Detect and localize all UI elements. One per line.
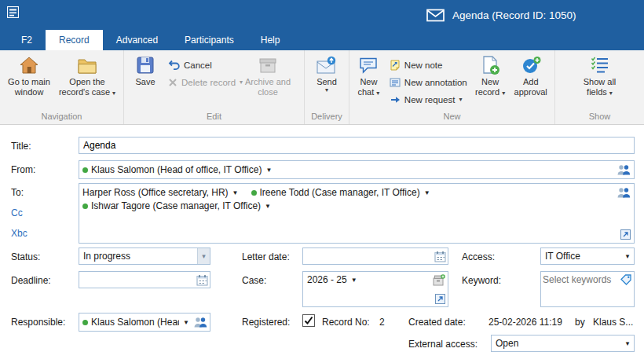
new-record-button[interactable]: New record ▾ — [471, 52, 510, 97]
dropdown-arrow-icon: ▾ — [325, 87, 328, 94]
dropdown-arrow-icon: ▾ — [621, 252, 634, 260]
group-caption-show: Show — [558, 111, 642, 124]
calendar-icon[interactable] — [196, 274, 208, 286]
created-date-value: 25-02-2026 11:19 — [488, 317, 562, 328]
send-label: Send — [317, 77, 337, 86]
request-arrow-icon — [390, 94, 401, 105]
dropdown-arrow-icon: ▼ — [183, 319, 189, 326]
new-chat-button[interactable]: New chat ▾ — [352, 52, 386, 97]
to-recipient-name: Ishwar Tagore (Case manager, IT Office) — [91, 200, 261, 211]
cc-link[interactable]: Cc — [11, 207, 23, 218]
tab-participants[interactable]: Participants — [171, 30, 247, 50]
external-access-dropdown[interactable]: Open ▾ — [491, 335, 635, 352]
to-label: To: — [11, 187, 24, 198]
save-button[interactable]: Save — [126, 52, 164, 87]
letter-date-field[interactable] — [302, 248, 448, 265]
external-access-value: Open — [492, 338, 621, 349]
folder-icon — [77, 53, 97, 77]
keyword-field[interactable] — [540, 271, 635, 307]
participant-picker-icon[interactable] — [617, 164, 631, 175]
case-value: 2026 - 25 — [307, 274, 347, 285]
participant-picker-icon[interactable] — [617, 187, 631, 198]
show-all-fields-icon — [590, 53, 610, 77]
dropdown-arrow-icon: ▼ — [265, 203, 271, 210]
add-approval-button[interactable]: Add approval — [509, 52, 552, 97]
presence-dot-icon — [251, 190, 257, 196]
responsible-field[interactable]: Klaus Salomon (Head o ▼ — [79, 313, 210, 332]
new-note-button[interactable]: New note — [386, 57, 471, 74]
to-recipient-chip[interactable]: Harper Ross (Office secretary, HR) ▼ — [82, 187, 239, 198]
case-box-icon[interactable] — [433, 274, 445, 286]
new-request-button[interactable]: New request ▾ — [386, 91, 471, 108]
access-dropdown[interactable]: IT Office ▾ — [540, 248, 635, 265]
ribbon: Go to main window Open the record's case… — [0, 50, 644, 125]
calendar-icon[interactable] — [434, 251, 446, 262]
deadline-field[interactable] — [79, 271, 210, 288]
window-title: Agenda (Record ID: 1050) — [452, 9, 576, 21]
tab-help[interactable]: Help — [247, 30, 294, 50]
tab-record[interactable]: Record — [46, 30, 103, 50]
group-caption-navigation: Navigation — [2, 111, 121, 124]
keyword-input[interactable] — [543, 274, 618, 285]
created-date-label: Created date: — [408, 317, 466, 328]
registered-checkbox[interactable] — [302, 314, 315, 327]
responsible-chip[interactable]: Klaus Salomon (Head o ▼ — [82, 317, 189, 328]
dropdown-arrow-icon: ▾ — [459, 97, 462, 103]
from-field[interactable]: Klaus Salomon (Head of office, IT Office… — [79, 160, 635, 179]
dropdown-arrow-icon: ▼ — [265, 167, 272, 174]
expand-field-icon[interactable] — [620, 229, 631, 240]
new-request-label: New request — [404, 95, 456, 104]
go-to-main-window-button[interactable]: Go to main window — [2, 52, 56, 97]
tag-icon[interactable] — [620, 274, 631, 285]
access-label: Access: — [462, 251, 495, 262]
record-form: Title: From: Klaus Salomon (Head of offi… — [0, 125, 644, 363]
to-field[interactable]: Harper Ross (Office secretary, HR) ▼ Ire… — [79, 183, 635, 244]
responsible-label: Responsible: — [11, 317, 65, 328]
record-no-label: Record No: — [322, 317, 370, 328]
xbc-link[interactable]: Xbc — [11, 228, 27, 239]
title-label: Title: — [11, 141, 31, 152]
edit-small-buttons: Cancel Delete record ▾ — [164, 52, 240, 91]
annotation-icon — [390, 77, 401, 88]
from-recipient-name: Klaus Salomon (Head of office, IT Office… — [91, 164, 262, 175]
open-records-case-button[interactable]: Open the record's case ▾ — [56, 52, 119, 97]
record-no-value: 2 — [379, 317, 385, 328]
letter-date-label: Letter date: — [242, 251, 290, 262]
titlebar: Agenda (Record ID: 1050) — [0, 0, 644, 30]
tab-advanced[interactable]: Advanced — [103, 30, 171, 50]
from-recipient-chip[interactable]: Klaus Salomon (Head of office, IT Office… — [82, 164, 272, 175]
to-recipient-chip[interactable]: Ireene Todd (Case manager, IT Office) ▼ — [251, 187, 430, 198]
archive-and-close-button[interactable]: Archive and close — [240, 52, 296, 97]
ribbon-group-delivery: Send ▾ Delivery — [305, 50, 349, 124]
show-all-fields-button[interactable]: Show all fields ▾ — [576, 52, 624, 97]
tab-f2[interactable]: F2 — [8, 30, 46, 50]
home-icon — [19, 53, 39, 77]
expand-field-icon[interactable] — [435, 294, 445, 304]
dropdown-arrow-icon: ▾ — [197, 248, 210, 264]
status-dropdown[interactable]: In progress ▾ — [79, 248, 210, 265]
cancel-button[interactable]: Cancel — [164, 57, 240, 74]
delete-record-button[interactable]: Delete record ▾ — [164, 74, 240, 91]
presence-dot-icon — [82, 204, 88, 209]
to-recipient-chip[interactable]: Ishwar Tagore (Case manager, IT Office) … — [82, 200, 271, 211]
dropdown-arrow-icon: ▾ — [112, 90, 115, 97]
group-caption-delivery: Delivery — [307, 111, 346, 124]
participant-picker-icon[interactable] — [193, 317, 207, 328]
status-value: In progress — [79, 251, 197, 262]
note-icon — [390, 60, 401, 71]
chat-icon — [358, 53, 379, 77]
send-button[interactable]: Send ▾ — [308, 52, 346, 94]
responsible-name: Klaus Salomon (Head o — [91, 317, 179, 328]
new-annotation-label: New annotation — [404, 78, 467, 87]
case-field[interactable]: 2026 - 25 ▼ — [302, 271, 448, 307]
case-value-chip[interactable]: 2026 - 25 ▼ — [307, 274, 357, 285]
new-chat-label: New chat — [357, 77, 377, 97]
new-annotation-button[interactable]: New annotation — [386, 74, 471, 91]
ribbon-tabbar: F2 Record Advanced Participants Help — [0, 30, 644, 50]
app-icon[interactable] — [7, 6, 19, 20]
ribbon-group-edit: Save Cancel Delete record ▾ — [124, 50, 305, 124]
ribbon-group-show: Show all fields ▾ Show — [555, 50, 644, 124]
new-small-buttons: New note New annotation New request ▾ — [386, 52, 471, 108]
title-input[interactable] — [79, 137, 635, 154]
dropdown-arrow-icon: ▾ — [609, 90, 613, 97]
